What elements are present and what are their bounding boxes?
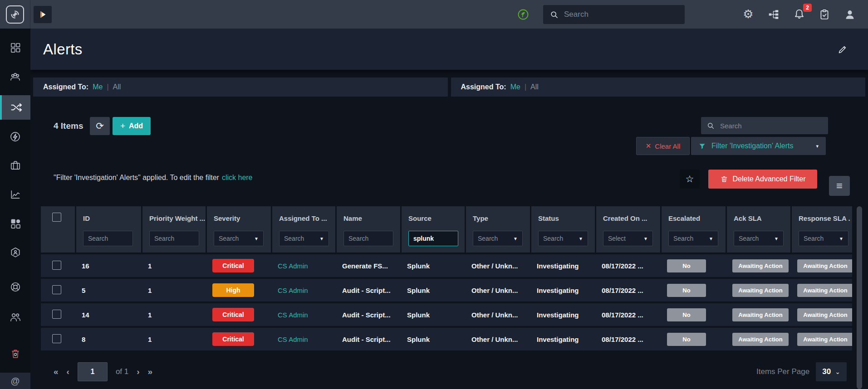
sidebar-item-users[interactable]	[0, 305, 30, 329]
filter-assigned-to-select[interactable]: Search ▼	[279, 231, 329, 246]
table-row[interactable]: 14 1 Critical CS Admin Audit - Script...…	[41, 303, 852, 326]
favorite-filter-button[interactable]: ☆	[680, 170, 700, 189]
edit-page-button[interactable]	[837, 44, 848, 55]
assigned-all-link[interactable]: All	[530, 83, 539, 91]
cell-response-sla: Awaiting Action	[790, 259, 852, 272]
sidebar-item-workflow[interactable]	[0, 95, 30, 120]
sidebar-item-mentions[interactable]: @	[0, 373, 30, 389]
vertical-scrollbar[interactable]	[857, 206, 862, 389]
cell-response-sla: Awaiting Action	[790, 308, 852, 321]
first-page-button[interactable]: «	[54, 367, 59, 377]
sidebar-item-integrations[interactable]	[0, 240, 30, 265]
hierarchy-icon[interactable]	[767, 8, 780, 21]
settings-gear-icon[interactable]: ⚙	[742, 8, 755, 21]
table-search[interactable]	[701, 117, 828, 134]
sidebar-item-applications[interactable]	[0, 211, 30, 236]
health-status-icon[interactable]	[517, 8, 530, 21]
column-header-name[interactable]: Name	[337, 206, 400, 227]
filter-escalated-select[interactable]: Search ▼	[668, 231, 718, 246]
column-header-severity[interactable]: Severity	[207, 206, 271, 227]
app-logo[interactable]	[0, 0, 30, 29]
sidebar-item-support[interactable]	[0, 275, 30, 299]
select-all-checkbox[interactable]	[52, 213, 61, 222]
global-search[interactable]	[543, 5, 685, 24]
refresh-button[interactable]: ⟳	[90, 117, 110, 135]
sidebar-item-cases[interactable]	[0, 153, 30, 178]
notifications-bell-icon[interactable]: 2	[793, 8, 805, 21]
filter-placeholder: Search	[219, 235, 239, 242]
ack-sla-badge: Awaiting Action	[732, 259, 789, 272]
cell-escalated: No	[660, 308, 726, 321]
filter-type-select[interactable]: Search ▼	[473, 231, 523, 246]
add-button[interactable]: + Add	[113, 117, 151, 135]
table-search-input[interactable]	[720, 122, 823, 130]
cell-assigned-to[interactable]: CS Admin	[271, 262, 335, 270]
row-checkbox[interactable]	[52, 261, 61, 270]
filter-dropdown-button[interactable]: Filter 'Investigation' Alerts ▾	[691, 137, 826, 155]
filter-created-on-select[interactable]: Select ▼	[603, 231, 653, 246]
alerts-table: ID Priority Weight ... Severity Search ▼…	[41, 206, 852, 350]
table-row[interactable]: 5 1 High CS Admin Audit - Script... Splu…	[41, 279, 852, 301]
filter-status-select[interactable]: Search ▼	[538, 231, 588, 246]
assigned-all-link[interactable]: All	[113, 83, 121, 91]
column-header-escalated[interactable]: Escalated	[662, 206, 726, 227]
cell-severity: Critical	[206, 332, 271, 346]
filter-source-input[interactable]	[408, 231, 458, 246]
cell-ack-sla: Awaiting Action	[726, 259, 790, 272]
sidebar-item-automation[interactable]	[0, 124, 30, 149]
delete-advanced-filter-button[interactable]: Delete Advanced Filter	[708, 170, 817, 189]
filter-ack-sla-select[interactable]: Search ▼	[734, 231, 784, 246]
cell-priority-weight: 1	[141, 262, 206, 270]
assigned-me-link[interactable]: Me	[510, 83, 520, 91]
cell-assigned-to[interactable]: CS Admin	[271, 336, 335, 343]
edit-filter-link[interactable]: click here	[222, 174, 253, 181]
column-header-response-sla[interactable]: Response SLA .	[792, 206, 852, 227]
next-page-button[interactable]: ›	[137, 367, 139, 377]
sidebar-item-dashboards[interactable]	[0, 35, 30, 60]
column-header-id[interactable]: ID	[76, 206, 141, 227]
cell-assigned-to[interactable]: CS Admin	[271, 311, 335, 319]
escalated-badge: No	[667, 308, 706, 321]
close-icon: ✕	[646, 142, 652, 150]
table-row[interactable]: 8 1 Critical CS Admin Audit - Script... …	[41, 328, 852, 350]
user-profile-icon[interactable]	[843, 8, 856, 21]
assigned-me-link[interactable]: Me	[93, 83, 103, 91]
last-page-button[interactable]: »	[148, 367, 153, 377]
column-header-created-on[interactable]: Created On ...	[596, 206, 660, 227]
table-row[interactable]: 16 1 Critical CS Admin Generate FS... Sp…	[41, 254, 852, 277]
column-menu-button[interactable]: ≡	[829, 176, 850, 196]
caret-down-icon: ▼	[774, 236, 779, 241]
cell-id: 16	[75, 262, 141, 270]
column-header-assigned-to[interactable]: Assigned To ...	[272, 206, 335, 227]
filter-severity-select[interactable]: Search ▼	[214, 231, 264, 246]
column-header-ack-sla[interactable]: Ack SLA	[727, 206, 790, 227]
column-type: Type Search ▼	[465, 206, 530, 253]
page-number-input[interactable]	[78, 362, 108, 381]
cell-assigned-to[interactable]: CS Admin	[271, 287, 335, 294]
column-header-priority-weight[interactable]: Priority Weight ...	[142, 206, 206, 227]
row-checkbox[interactable]	[52, 285, 61, 294]
sidebar-item-teams[interactable]	[0, 65, 30, 89]
cell-id: 8	[75, 336, 141, 343]
sidebar-expand-button[interactable]	[34, 6, 52, 23]
sidebar-item-recycle-bin[interactable]	[0, 341, 30, 366]
column-header-type[interactable]: Type	[466, 206, 530, 227]
row-checkbox[interactable]	[52, 310, 61, 319]
filter-id-input[interactable]	[83, 231, 133, 246]
sidebar-item-reports[interactable]	[0, 182, 30, 207]
column-header-source[interactable]: Source	[402, 206, 465, 227]
global-search-input[interactable]	[564, 10, 668, 19]
items-per-page-select[interactable]: 30 ⌄	[816, 362, 847, 381]
assigned-divider: |	[525, 83, 526, 91]
cell-source: Splunk	[400, 262, 465, 270]
filter-priority-weight-input[interactable]	[149, 231, 199, 246]
column-header-status[interactable]: Status	[531, 206, 595, 227]
tasks-clipboard-icon[interactable]	[818, 8, 831, 21]
cell-created-on: 08/17/2022 ...	[595, 287, 660, 294]
row-checkbox[interactable]	[52, 334, 61, 343]
filter-response-sla-select[interactable]: Search ▼	[799, 231, 848, 246]
clear-all-button[interactable]: ✕ Clear All	[636, 137, 690, 155]
filter-name-input[interactable]	[343, 231, 393, 246]
severity-badge: High	[212, 283, 254, 297]
previous-page-button[interactable]: ‹	[67, 367, 69, 377]
